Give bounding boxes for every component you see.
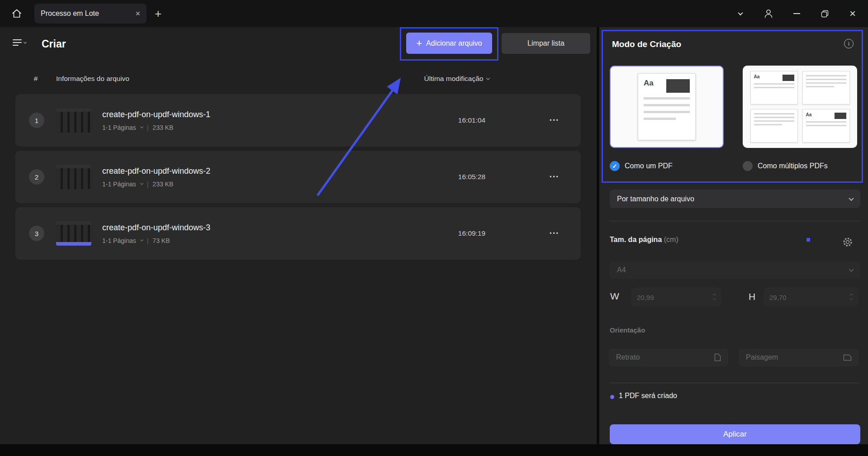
clear-list-button[interactable]: Limpar lista [502, 33, 590, 54]
orientation-label: Orientação [610, 326, 645, 334]
minimize-icon [793, 13, 800, 14]
page-size-unit: (cm) [664, 236, 678, 243]
row-more-menu[interactable]: ••• [542, 117, 567, 124]
height-value: 29,70 [769, 294, 787, 301]
file-row: 1 create-pdf-on-updf-windows-1 1-1 Págin… [15, 94, 581, 147]
panel-title: Modo de Criação [612, 39, 681, 49]
chevron-down-icon [24, 40, 27, 43]
home-icon [11, 8, 22, 19]
account-button[interactable] [759, 5, 778, 23]
app-window: Processo em Lote × + × Criar [0, 0, 868, 456]
meta-separator: | [147, 124, 149, 131]
image-placeholder [835, 113, 846, 119]
width-label: W [610, 291, 619, 302]
chevron-down-icon [849, 267, 854, 272]
chevron-down-icon[interactable] [140, 125, 143, 128]
file-thumbnail [56, 108, 91, 133]
modified-time: 16:05:28 [436, 173, 508, 181]
chevron-down-icon[interactable] [140, 182, 143, 185]
file-thumbnail [56, 221, 91, 246]
minimize-button[interactable] [787, 5, 806, 23]
unchecked-radio-icon[interactable] [743, 161, 753, 171]
modified-time: 16:01:04 [436, 116, 508, 124]
page-range-label[interactable]: 1-1 Páginas [102, 124, 136, 131]
chevron-down-icon[interactable] [140, 238, 143, 242]
column-header-last-modified[interactable]: Última modificação [403, 75, 511, 83]
landscape-button: Paisagem [739, 348, 859, 366]
mode-card-single-pdf[interactable]: Aa [610, 66, 724, 148]
creation-status: 1 PDF será criado [619, 392, 677, 400]
row-more-menu[interactable]: ••• [542, 230, 567, 237]
add-file-button[interactable]: + Adicionar arquivo [406, 33, 492, 54]
file-size: 233 KB [152, 180, 173, 188]
stepper-icon [713, 294, 716, 300]
restore-button[interactable] [816, 5, 834, 23]
paper-size-value: A4 [617, 266, 626, 274]
page-range-label[interactable]: 1-1 Páginas [102, 180, 136, 188]
last-modified-label: Última modificação [424, 75, 484, 83]
image-placeholder [783, 75, 794, 81]
page-range-label[interactable]: 1-1 Páginas [102, 237, 136, 244]
column-header-index: # [29, 75, 43, 83]
paper-size-select: A4 [610, 261, 860, 279]
tab-processo-em-lote[interactable]: Processo em Lote × [34, 4, 147, 24]
file-name: create-pdf-on-updf-windows-2 [102, 166, 210, 176]
option-multiple-pdfs[interactable]: Como múltiplos PDFs [743, 161, 828, 171]
list-menu-button[interactable] [13, 39, 26, 46]
aa-glyph: Aa [754, 75, 760, 81]
close-window-button[interactable]: × [844, 5, 862, 23]
add-file-label: Adicionar arquivo [426, 39, 482, 48]
window-bottom-strip [0, 444, 868, 456]
row-index-badge: 1 [29, 113, 44, 128]
merge-mode-select[interactable]: Por tamanho de arquivo [610, 190, 860, 208]
creation-settings-panel: Modo de Criação i Aa Aa [597, 27, 868, 444]
option-single-pdf[interactable]: ✓ Como um PDF [610, 161, 673, 171]
main-area: Criar + Adicionar arquivo Limpar lista #… [0, 27, 868, 444]
aa-glyph: Aa [806, 113, 812, 119]
landscape-page-icon [843, 354, 852, 361]
multiple-pdfs-illustration: Aa Aa [750, 71, 850, 142]
mode-card-multiple-pdfs[interactable]: Aa Aa [743, 66, 857, 148]
page-title: Criar [42, 38, 66, 50]
row-more-menu[interactable]: ••• [542, 174, 567, 180]
divider [610, 383, 860, 383]
file-info: create-pdf-on-updf-windows-1 1-1 Páginas… [102, 110, 210, 131]
titlebar: Processo em Lote × + × [0, 0, 868, 27]
single-pdf-illustration: Aa [638, 73, 696, 140]
file-row: 3 create-pdf-on-updf-windows-3 1-1 Págin… [15, 207, 581, 260]
file-name: create-pdf-on-updf-windows-1 [102, 110, 210, 119]
file-list-section: Criar + Adicionar arquivo Limpar lista #… [0, 27, 597, 444]
option-single-label: Como um PDF [625, 162, 673, 170]
file-size: 233 KB [152, 124, 173, 131]
apply-button[interactable]: Aplicar [610, 424, 860, 444]
dropdown-chevron-button[interactable] [731, 5, 749, 23]
info-icon[interactable]: i [844, 39, 854, 48]
new-tab-button[interactable]: + [155, 8, 161, 19]
row-index-badge: 2 [29, 169, 44, 185]
page-size-label: Tam. da página (cm) [610, 236, 678, 244]
landscape-label: Paisagem [746, 353, 778, 361]
user-icon [763, 8, 774, 19]
width-value: 20,99 [637, 294, 654, 301]
titlebar-controls: × [731, 5, 868, 23]
tab-close-icon[interactable]: × [135, 10, 140, 18]
divider [610, 221, 860, 221]
file-name: create-pdf-on-updf-windows-3 [102, 223, 210, 233]
modified-time: 16:09:19 [436, 229, 508, 238]
merge-mode-value: Por tamanho de arquivo [617, 195, 694, 203]
meta-separator: | [147, 180, 149, 188]
height-label: H [749, 291, 755, 302]
gear-icon[interactable] [842, 237, 853, 247]
annotation-handle [806, 238, 810, 242]
width-input: 20,99 [631, 288, 721, 307]
file-list: 1 create-pdf-on-updf-windows-1 1-1 Págin… [15, 94, 581, 260]
row-index-badge: 3 [29, 226, 44, 241]
meta-separator: | [147, 237, 149, 244]
file-row: 2 create-pdf-on-updf-windows-2 1-1 Págin… [15, 151, 581, 203]
portrait-label: Retrato [616, 353, 640, 361]
aa-glyph: Aa [644, 79, 654, 87]
file-info: create-pdf-on-updf-windows-3 1-1 Páginas… [102, 223, 210, 244]
home-button[interactable] [6, 3, 27, 24]
checked-radio-icon[interactable]: ✓ [610, 161, 620, 171]
chevron-down-icon [849, 195, 854, 200]
